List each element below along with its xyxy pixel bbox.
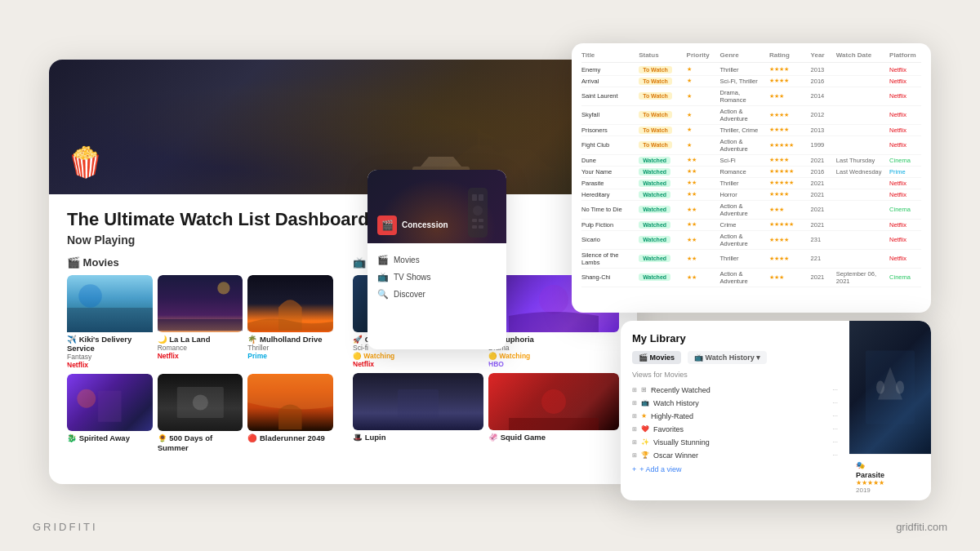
- spirited-thumbnail: [67, 374, 153, 431]
- bladerunner-title: 🔴 Bladerunner 2049: [247, 433, 333, 442]
- mulholland-thumbnail: [247, 275, 333, 332]
- table-row: EnemyTo Watch★Thriller★★★★2013Netflix: [581, 64, 921, 76]
- view-item-left: ⊞ ⊞ Recently Watched: [632, 386, 710, 394]
- view-more2-icon[interactable]: ···: [832, 399, 838, 407]
- nav-item-discover[interactable]: 🔍 Discover: [377, 286, 497, 303]
- view-more-icon[interactable]: ···: [832, 386, 838, 393]
- library-tab-watchhistory[interactable]: 📺 Watch History ▾: [688, 351, 767, 364]
- remote-svg: [461, 186, 494, 239]
- view-item-oscar-winner[interactable]: ⊞ 🏆 Oscar Winner ···: [632, 449, 838, 462]
- euphoria-status: 🟡 Watching: [488, 352, 619, 360]
- library-tabs: 🎬 Movies 📺 Watch History ▾: [632, 351, 838, 364]
- view-grid-icon: ⊞: [641, 386, 647, 393]
- svg-rect-12: [398, 389, 439, 418]
- view-watch-history-label: Watch History: [653, 399, 699, 407]
- view-more4-icon[interactable]: ···: [832, 425, 838, 433]
- lupin-thumbnail: [353, 373, 483, 430]
- view-more5-icon[interactable]: ···: [832, 438, 838, 446]
- main-container: 🍿 The Ultimate Watch List Dashboard Now …: [49, 43, 931, 509]
- table-row: ArrivalTo Watch★Sci-Fi, Thriller★★★★2016…: [581, 76, 921, 87]
- movies-nav-icon: 🎬: [377, 255, 389, 265]
- view-item-highly-rated[interactable]: ⊞ ★ Highly-Rated ···: [632, 410, 838, 423]
- svg-point-5: [217, 282, 229, 294]
- cowboy-platform: Netflix: [353, 360, 483, 368]
- euphoria-info: ✨ Euphoria Drama 🟡 Watching HBO: [488, 335, 619, 368]
- lalaland-title: 🌙 La La Land: [158, 335, 243, 344]
- list-item: ✈️ Kiki's Delivery Service Fantasy Netfl…: [67, 275, 153, 370]
- hero-banner: 🍿: [49, 60, 637, 194]
- library-tab-movies[interactable]: 🎬 Movies: [632, 351, 681, 364]
- dashboard-card: 🍿 The Ultimate Watch List Dashboard Now …: [49, 60, 637, 484]
- parasite-title: Parasite: [856, 471, 924, 479]
- movies-grid: ✈️ Kiki's Delivery Service Fantasy Netfl…: [67, 275, 333, 453]
- svg-point-13: [541, 389, 566, 414]
- svg-rect-0: [478, 129, 480, 149]
- svg-point-6: [77, 389, 96, 408]
- mulholland-title: 🌴 Mulholland Drive: [247, 335, 333, 344]
- th-watchdate: Watch Date: [836, 51, 888, 59]
- lupin-info: 🎩 Lupin: [353, 433, 483, 442]
- dashboard-title: The Ultimate Watch List Dashboard: [67, 209, 619, 230]
- view-more6-icon[interactable]: ···: [832, 451, 838, 459]
- view-item-visually-stunning[interactable]: ⊞ ✨ Visually Stunning ···: [632, 436, 838, 449]
- kiki-info: ✈️ Kiki's Delivery Service Fantasy Netfl…: [67, 335, 153, 370]
- table-row: SicarioWatched★★Action & Adventure★★★★23…: [581, 231, 921, 250]
- list-item: 🎩 Lupin: [353, 373, 483, 442]
- th-year: Year: [811, 51, 835, 59]
- list-item: 🌴 Mulholland Drive Thriller Prime: [247, 275, 333, 370]
- discover-nav-icon: 🔍: [377, 289, 389, 300]
- lalaland-info: 🌙 La La Land Romance Netflix: [158, 335, 243, 360]
- nav-item-movies[interactable]: 🎬 Movies: [377, 251, 497, 269]
- table-row: Saint LaurentTo Watch★Drama, Romance★★★2…: [581, 87, 921, 106]
- kiki-platform: Netflix: [67, 361, 153, 369]
- brand-left: GRIDFITI: [33, 521, 98, 533]
- table-row: Pulp FictionWatched★★Crime★★★★★2021Netfl…: [581, 220, 921, 231]
- library-main: My Library 🎬 Movies 📺 Watch History ▾ Vi…: [621, 321, 849, 500]
- view-visually-stunning-label: Visually Stunning: [653, 438, 710, 447]
- nav-item-tvshows[interactable]: 📺 TV Shows: [377, 269, 497, 286]
- view-handle-icon: ⊞: [632, 387, 637, 393]
- bladerunner-info: 🔴 Bladerunner 2049: [247, 433, 333, 442]
- svg-point-24: [896, 380, 904, 393]
- kiki-genre: Fantasy: [67, 353, 153, 361]
- nav-content: 🎬 Movies 📺 TV Shows 🔍 Discover: [368, 243, 506, 311]
- svg-point-4: [78, 284, 102, 308]
- nav-discover-label: Discover: [394, 290, 425, 299]
- mulholland-genre: Thriller: [247, 344, 333, 352]
- parasite-year: 2019: [856, 487, 924, 494]
- add-view-button[interactable]: + + Add a view: [632, 465, 838, 473]
- table-row: DuneWatched★★Sci-Fi★★★★2021Last Thursday…: [581, 155, 921, 167]
- th-priority: Priority: [687, 51, 719, 59]
- library-featured-thumb: 🎭 Parasite ★★★★★ 2019: [849, 321, 931, 500]
- movies-section: 🎬 Movies ✈️ Kiki's Delivery Service Fant…: [67, 256, 333, 453]
- nav-logo: 🎬 Concession: [377, 216, 448, 235]
- view-recently-watched-label: Recently Watched: [651, 386, 710, 394]
- nav-hero: 🎬 Concession: [368, 170, 506, 243]
- svg-point-17: [473, 206, 483, 216]
- view-item-watch-history[interactable]: ⊞ 📺 Watch History ···: [632, 397, 838, 410]
- concession-label: Concession: [402, 220, 448, 229]
- view-item-favorites[interactable]: ⊞ ❤️ Favorites ···: [632, 423, 838, 436]
- sections-row: 🎬 Movies ✈️ Kiki's Delivery Service Fant…: [67, 256, 619, 453]
- view-more3-icon[interactable]: ···: [832, 412, 838, 420]
- kiki-thumbnail: [67, 275, 153, 332]
- svg-rect-19: [479, 219, 483, 222]
- view-heart-icon: ❤️: [641, 425, 649, 433]
- svg-rect-20: [472, 225, 477, 229]
- watchlist-table-card: Title Status Priority Genre Rating Year …: [572, 43, 931, 313]
- view-item-recently-watched[interactable]: ⊞ ⊞ Recently Watched ···: [632, 384, 838, 397]
- mulholland-info: 🌴 Mulholland Drive Thriller Prime: [247, 335, 333, 360]
- nav-tvshows-label: TV Shows: [394, 273, 431, 282]
- 500days-thumbnail: [158, 374, 243, 431]
- squidgame-thumbnail: [488, 373, 619, 430]
- nav-card: 🎬 Concession 🎬 Movies 📺 TV Shows 🔍 Disco…: [368, 170, 506, 349]
- list-item: 🌙 La La Land Romance Netflix: [158, 275, 243, 370]
- 500days-info: 🌻 500 Days of Summer: [158, 433, 243, 452]
- th-rating: Rating: [769, 51, 809, 59]
- movies-section-header: 🎬 Movies: [67, 256, 333, 269]
- table-row: HereditaryWatched★★Horror★★★★2021Netflix: [581, 189, 921, 201]
- view-handle4-icon: ⊞: [632, 426, 637, 433]
- svg-rect-15: [472, 194, 477, 201]
- parasite-emoji: 🎭: [856, 461, 924, 469]
- table-row: Silence of the LambsWatched★★Thriller★★★…: [581, 250, 921, 269]
